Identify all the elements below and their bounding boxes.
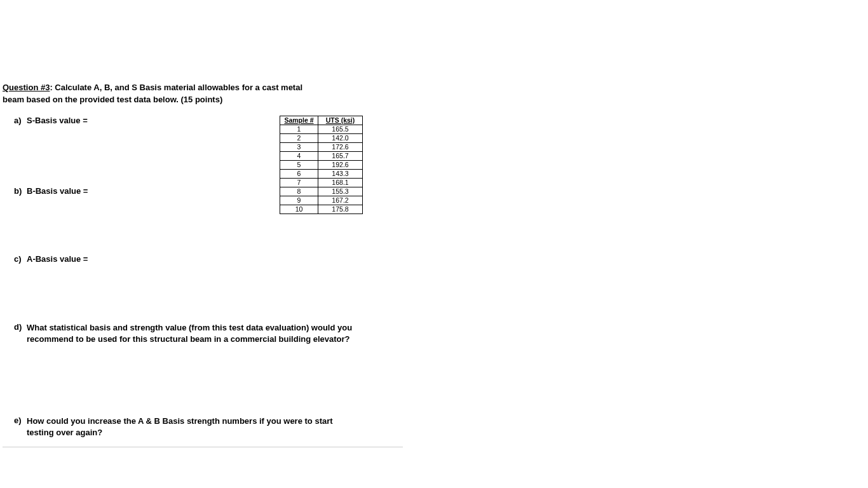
part-a-label: a): [14, 116, 27, 125]
table-header-row: Sample # UTS (ksi): [280, 116, 363, 125]
part-e-label: e): [14, 416, 27, 425]
part-d-label: d): [14, 322, 27, 332]
cell-sample: 9: [280, 196, 318, 205]
part-d-text: What statistical basis and strength valu…: [27, 322, 357, 344]
table-row: 10175.8: [280, 205, 363, 214]
table-body: 1165.5 2142.0 3172.6 4165.7 5192.6 6143.…: [280, 125, 363, 214]
cell-uts: 172.6: [318, 143, 363, 152]
cell-uts: 167.2: [318, 196, 363, 205]
cell-uts: 165.7: [318, 152, 363, 161]
cell-sample: 6: [280, 170, 318, 179]
cell-uts: 155.3: [318, 187, 363, 196]
part-b-label: b): [14, 186, 27, 196]
cell-uts: 142.0: [318, 134, 363, 143]
table-row: 8155.3: [280, 187, 363, 196]
part-c-text: A-Basis value =: [27, 254, 88, 264]
table-row: 1165.5: [280, 125, 363, 134]
cell-sample: 1: [280, 125, 318, 134]
table-row: 5192.6: [280, 161, 363, 170]
part-e-text: How could you increase the A & B Basis s…: [27, 416, 357, 438]
part-b: b)B-Basis value =: [3, 186, 868, 196]
content-wrapper: Sample # UTS (ksi) 1165.5 2142.0 3172.6 …: [3, 116, 868, 438]
cell-sample: 5: [280, 161, 318, 170]
part-e: e)How could you increase the A & B Basis…: [3, 416, 868, 438]
separator-line: [3, 447, 403, 447]
cell-sample: 10: [280, 205, 318, 214]
cell-uts: 168.1: [318, 179, 363, 187]
part-c-label: c): [14, 254, 27, 264]
cell-sample: 8: [280, 187, 318, 196]
part-b-text: B-Basis value =: [27, 186, 88, 196]
table-row: 6143.3: [280, 170, 363, 179]
cell-sample: 2: [280, 134, 318, 143]
table-row: 4165.7: [280, 152, 363, 161]
cell-sample: 4: [280, 152, 318, 161]
cell-uts: 175.8: [318, 205, 363, 214]
cell-sample: 7: [280, 179, 318, 187]
table-header-sample: Sample #: [280, 116, 318, 125]
uts-data-table: Sample # UTS (ksi) 1165.5 2142.0 3172.6 …: [280, 116, 363, 214]
part-c: c)A-Basis value =: [3, 254, 868, 264]
cell-uts: 192.6: [318, 161, 363, 170]
question-number: Question #3: [3, 83, 50, 92]
cell-sample: 3: [280, 143, 318, 152]
cell-uts: 143.3: [318, 170, 363, 179]
table-row: 9167.2: [280, 196, 363, 205]
question-title-line2: beam based on the provided test data bel…: [3, 95, 868, 104]
document-page: Question #3: Calculate A, B, and S Basis…: [0, 0, 868, 447]
part-d: d)What statistical basis and strength va…: [3, 322, 868, 344]
cell-uts: 165.5: [318, 125, 363, 134]
part-a: a)S-Basis value =: [3, 116, 868, 125]
question-title-line1: : Calculate A, B, and S Basis material a…: [50, 83, 302, 92]
table-row: 3172.6: [280, 143, 363, 152]
table-row: 7168.1: [280, 179, 363, 187]
table-row: 2142.0: [280, 134, 363, 143]
question-header: Question #3: Calculate A, B, and S Basis…: [3, 83, 868, 92]
table-header-uts: UTS (ksi): [318, 116, 363, 125]
part-a-text: S-Basis value =: [27, 116, 88, 125]
